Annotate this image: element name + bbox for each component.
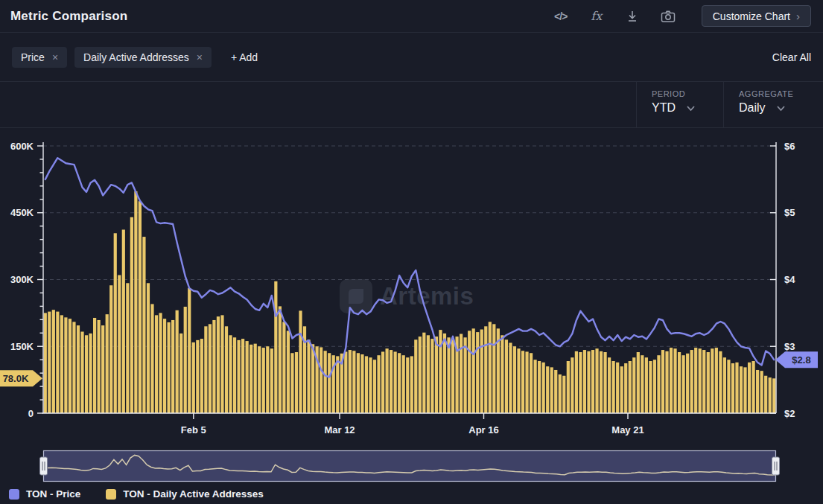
bar [665, 351, 668, 413]
bar [410, 356, 413, 413]
bar [188, 288, 191, 413]
bar [130, 217, 133, 413]
bar [349, 350, 352, 413]
bar [250, 345, 252, 413]
left-axis-tick: 600K [10, 141, 34, 152]
bar [204, 326, 207, 413]
bar [209, 324, 212, 413]
bar [69, 319, 72, 413]
bar [772, 378, 775, 413]
bar [711, 348, 714, 413]
customize-chart-button[interactable]: Customize Chart › [702, 5, 811, 27]
brush-handle-right[interactable] [772, 457, 780, 475]
bar [402, 355, 405, 413]
customize-chart-label: Customize Chart [713, 10, 790, 22]
right-axis-tick: $6 [784, 141, 795, 152]
brush-selection[interactable] [44, 451, 776, 482]
bar [620, 366, 623, 413]
bar [764, 376, 767, 413]
bar [229, 335, 232, 413]
bar [559, 374, 562, 413]
bar [324, 351, 327, 413]
bar [575, 351, 578, 413]
left-axis-tick: 0 [28, 408, 34, 419]
bar [430, 339, 433, 413]
chart-zone: Artemis 600K450K300K150K0$6$5$4$3$2Feb 5… [0, 128, 823, 448]
bar [262, 348, 265, 413]
chip-daa-close-icon[interactable]: × [197, 51, 203, 63]
right-axis-tick: $3 [784, 341, 795, 352]
bar [390, 350, 393, 413]
daa-bars[interactable] [44, 191, 776, 413]
bar [377, 355, 380, 413]
bar [56, 312, 59, 413]
legend-item-daa[interactable]: TON - Daily Active Addresses [106, 488, 264, 500]
right-axis-tick: $5 [784, 207, 795, 218]
chevron-right-icon: › [796, 10, 800, 22]
bar [501, 335, 503, 413]
period-dropdown[interactable]: PERIOD YTD [636, 82, 723, 127]
bar [562, 376, 565, 413]
price-line[interactable] [45, 158, 774, 377]
bar [756, 370, 759, 413]
bar [752, 361, 755, 413]
legend-item-price[interactable]: TON - Price [9, 488, 80, 500]
bar [468, 331, 471, 413]
header-actions: </> fx Customize Chart › [553, 5, 811, 27]
aggregate-dropdown[interactable]: AGGREGATE Daily [723, 82, 823, 127]
header-bar: Metric Comparison </> fx Customize Chart… [0, 0, 823, 33]
bar [678, 352, 681, 413]
bar [163, 319, 166, 413]
bar [80, 332, 83, 414]
bar [673, 348, 676, 413]
bar [641, 355, 644, 413]
bar [114, 233, 117, 413]
bar [460, 334, 463, 414]
bar [451, 339, 454, 413]
bar [381, 351, 384, 413]
bar [171, 320, 174, 413]
bar [270, 348, 273, 413]
bar [419, 336, 422, 413]
x-axis-tick: May 21 [611, 424, 644, 436]
metric-comparison-chart[interactable]: 600K450K300K150K0$6$5$4$3$2Feb 5Mar 12Ap… [0, 128, 823, 448]
bar [603, 352, 606, 413]
bar [142, 237, 145, 413]
bar [616, 363, 619, 413]
svg-text:78.0K: 78.0K [3, 373, 29, 384]
chip-price-close-icon[interactable]: × [52, 51, 58, 63]
chip-price[interactable]: Price × [12, 47, 67, 68]
bar [64, 317, 67, 413]
bar [702, 350, 705, 413]
bar [344, 351, 347, 413]
aggregate-label: AGGREGATE [739, 89, 810, 98]
screenshot-camera-icon[interactable] [660, 8, 676, 25]
right-axis-tick: $4 [784, 274, 795, 285]
bar [290, 353, 293, 413]
formula-fx-icon[interactable]: fx [588, 8, 605, 25]
daa-last-value-badge: 78.0K [0, 370, 42, 386]
add-metric-button[interactable]: + Add [226, 51, 262, 64]
bar [719, 351, 722, 413]
bar [72, 322, 75, 413]
bar [336, 356, 339, 413]
bar [320, 347, 322, 413]
right-axis-tick: $2 [784, 408, 795, 419]
download-icon[interactable] [624, 8, 641, 25]
period-label: PERIOD [652, 89, 710, 98]
bar [748, 363, 751, 413]
metric-comparison-panel: Metric Comparison </> fx Customize Chart… [0, 0, 823, 504]
navigator-brush[interactable] [0, 448, 823, 484]
bar [542, 363, 545, 413]
brush-handle-left[interactable] [40, 457, 48, 475]
bar [715, 348, 718, 413]
bar [435, 336, 438, 413]
bar [212, 320, 215, 413]
bar [637, 352, 640, 413]
bar [699, 348, 702, 413]
chip-daily-active-addresses[interactable]: Daily Active Addresses × [74, 47, 212, 68]
bar [608, 357, 611, 413]
embed-code-icon[interactable]: </> [553, 8, 569, 25]
bar [139, 201, 142, 413]
clear-all-button[interactable]: Clear All [772, 51, 811, 63]
